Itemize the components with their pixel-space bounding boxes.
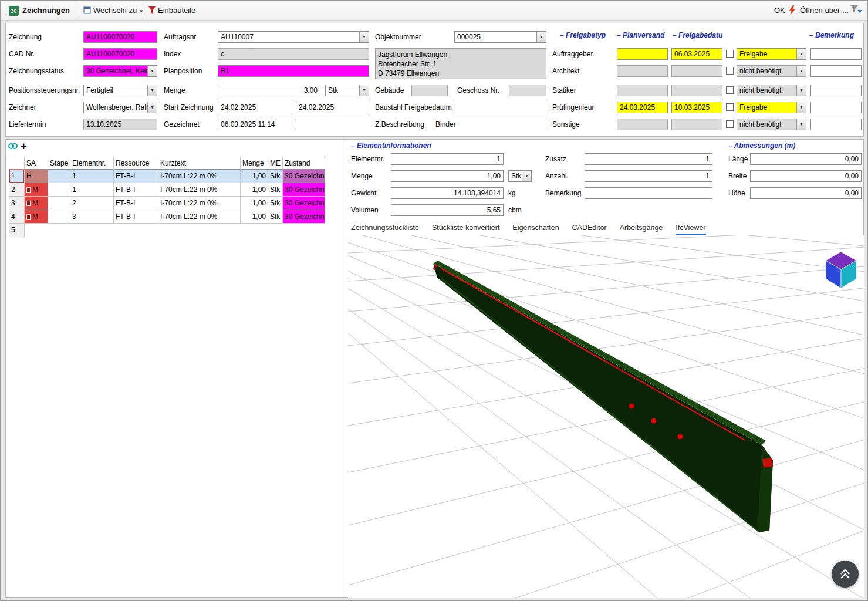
chevron-down-icon[interactable]: ▼	[796, 102, 806, 113]
header-cell-kurztext[interactable]: Kurztext	[158, 157, 241, 170]
zeichner-select[interactable]: Wolfensberger, Ralf▼	[83, 102, 157, 113]
cell-stape	[48, 197, 70, 210]
index-field[interactable]: c	[218, 48, 369, 60]
freigabe-checkbox[interactable]	[726, 50, 734, 58]
ifc-viewer-canvas[interactable]	[348, 235, 864, 598]
header-cell-me[interactable]: ME	[268, 157, 283, 170]
baustahl-freigabedatum-field[interactable]	[454, 102, 546, 113]
freigabe-status-select[interactable]: nicht benötigt▼	[737, 65, 806, 77]
ok-button[interactable]: OK	[774, 5, 785, 16]
positionssteuerungsnr-select[interactable]: Fertigteil▼	[83, 85, 157, 96]
table-row[interactable]: 5	[9, 224, 325, 237]
geschoss-nr-field[interactable]	[509, 85, 546, 96]
tab-arbeitsgaenge[interactable]: Arbeitsgänge	[620, 223, 663, 235]
cad-nr-field[interactable]: AU1100070020	[83, 48, 157, 60]
table-row[interactable]: 4 M 3 FT-B-I I-70cm L:22 m 0% 1,00 Stk 3…	[9, 210, 325, 224]
link-icon[interactable]	[8, 141, 18, 153]
liefertermin-field[interactable]: 13.10.2025	[83, 119, 157, 130]
chevron-down-icon[interactable]: ▼	[147, 102, 157, 113]
freigabe-checkbox[interactable]	[726, 120, 734, 128]
table-row[interactable]: 2 M 1 FT-B-I I-70cm L:22 m 0% 1,00 Stk 3…	[9, 183, 325, 197]
freigabedatum-field[interactable]	[671, 65, 722, 77]
freigabe-status-select[interactable]: Freigabe▼	[737, 48, 806, 60]
planversand-field[interactable]: 24.03.2025	[617, 102, 668, 113]
chevron-down-icon[interactable]: ▼	[359, 85, 369, 96]
freigabetyp-header: Freigabetyp	[560, 31, 606, 39]
chevron-down-icon[interactable]: ▼	[796, 66, 806, 76]
planversand-field[interactable]	[617, 48, 668, 60]
hoehe-field[interactable]: 0,00	[750, 187, 862, 199]
filter-dropdown-icon[interactable]	[850, 5, 862, 16]
planposition-field[interactable]: B1	[218, 65, 369, 77]
anzahl-field[interactable]: 1	[585, 170, 712, 182]
tab-eigenschaften[interactable]: Eigenschaften	[512, 223, 559, 235]
bemerkung-field[interactable]	[810, 65, 862, 77]
scroll-top-button[interactable]	[832, 561, 859, 588]
chevron-down-icon[interactable]: ▼	[147, 85, 157, 96]
planversand-field[interactable]	[617, 119, 668, 130]
header-cell-ressource[interactable]: Ressource	[114, 157, 158, 170]
chevron-down-icon[interactable]: ▼	[796, 85, 806, 96]
auftragsnr-select[interactable]: AU110007▼	[218, 31, 369, 43]
chevron-down-icon[interactable]: ▼	[147, 66, 157, 76]
tab-stueckliste-konvertiert[interactable]: Stückliste konvertiert	[432, 223, 499, 235]
add-row-icon[interactable]: +	[21, 140, 27, 153]
freigabedatum-field[interactable]	[671, 85, 722, 96]
header-cell-zustand[interactable]: Zustand	[283, 157, 325, 170]
start-zeichnung-field-1[interactable]: 24.02.2025	[218, 102, 292, 113]
volumen-field[interactable]: 5,65	[391, 204, 504, 216]
freigabedatum-field[interactable]: 06.03.2025	[671, 48, 722, 60]
tab-cadeditor[interactable]: CADEditor	[572, 223, 607, 235]
gewicht-field[interactable]: 14.108,394014	[391, 187, 504, 199]
zeichnung-field[interactable]: AU1100070020	[83, 31, 157, 43]
breite-field[interactable]: 0,00	[750, 170, 862, 182]
menge-field[interactable]: 3,00	[218, 85, 320, 96]
chevron-down-icon[interactable]: ▼	[359, 32, 369, 42]
wechseln-zu-button[interactable]: Wechseln zu ▼	[93, 5, 144, 16]
zeichnungsstatus-select[interactable]: 30 Gezeichnet, Kein▼	[83, 65, 157, 77]
freigabe-status-select[interactable]: nicht benötigt▼	[737, 85, 806, 96]
chevron-down-icon[interactable]: ▼	[796, 49, 806, 59]
objektnummer-select[interactable]: 000025▼	[454, 31, 546, 43]
header-cell-stape[interactable]: Stape	[48, 157, 70, 170]
planversand-field[interactable]	[617, 65, 668, 77]
freigabedatum-field[interactable]: 10.03.2025	[671, 102, 722, 113]
header-cell-menge[interactable]: Menge	[241, 157, 268, 170]
freigabe-checkbox[interactable]	[726, 103, 734, 111]
gebaeude-field[interactable]	[411, 85, 448, 96]
laenge-field[interactable]: 0,00	[750, 153, 862, 165]
elementinfo-bemerkung-field[interactable]	[585, 187, 712, 199]
navigation-cube[interactable]	[826, 252, 856, 288]
header-cell-elementnr[interactable]: Elementnr.	[70, 157, 114, 170]
table-row[interactable]: 3 M 2 FT-B-I I-70cm L:22 m 0% 1,00 Stk 3…	[9, 197, 325, 210]
z-beschreibung-field[interactable]: Binder	[433, 119, 546, 130]
table-row[interactable]: 1 H 1 FT-B-I I-70cm L:22 m 0% 1,00 Stk 3…	[9, 170, 325, 183]
planversand-field[interactable]	[617, 85, 668, 96]
bemerkung-field[interactable]	[810, 119, 862, 130]
chevron-down-icon[interactable]: ▼	[796, 119, 806, 130]
elementnr-field[interactable]: 1	[391, 153, 504, 165]
tab-zeichnungsstueckliste[interactable]: Zeichnungsstückliste	[351, 223, 419, 235]
chevron-down-icon[interactable]: ▼	[536, 32, 546, 42]
menge-unit-select[interactable]: Stk▼	[325, 85, 369, 96]
oeffnen-ueber-button[interactable]: Öffnen über ...	[800, 5, 849, 16]
freigabedatum-field[interactable]	[671, 119, 722, 130]
start-zeichnung-field-2[interactable]: 24.02.2025	[296, 102, 369, 113]
elementinfo-menge-field[interactable]: 1,00	[391, 170, 504, 182]
vertical-splitter[interactable]	[347, 139, 347, 598]
freigabe-checkbox[interactable]	[726, 86, 734, 94]
gezeichnet-field[interactable]: 06.03.2025 11:14	[218, 119, 292, 130]
einbauteile-button[interactable]: Einbauteile	[158, 5, 195, 16]
bemerkung-field[interactable]	[810, 85, 862, 96]
header-cell-sa[interactable]: SA	[25, 157, 48, 170]
freigabe-status-select[interactable]: nicht benötigt▼	[737, 119, 806, 130]
zusatz-field[interactable]: 1	[585, 153, 712, 165]
tab-ifcviewer[interactable]: IfcViewer	[676, 223, 705, 235]
lightning-bolt-icon[interactable]	[789, 5, 796, 16]
freigabe-checkbox[interactable]	[726, 67, 734, 75]
chevron-down-icon[interactable]: ▼	[522, 171, 531, 181]
bemerkung-field[interactable]	[810, 48, 862, 60]
elementinfo-menge-unit-select[interactable]: Stk▼	[508, 170, 532, 182]
freigabe-status-select[interactable]: Freigabe▼	[737, 102, 806, 113]
bemerkung-field[interactable]	[810, 102, 862, 113]
